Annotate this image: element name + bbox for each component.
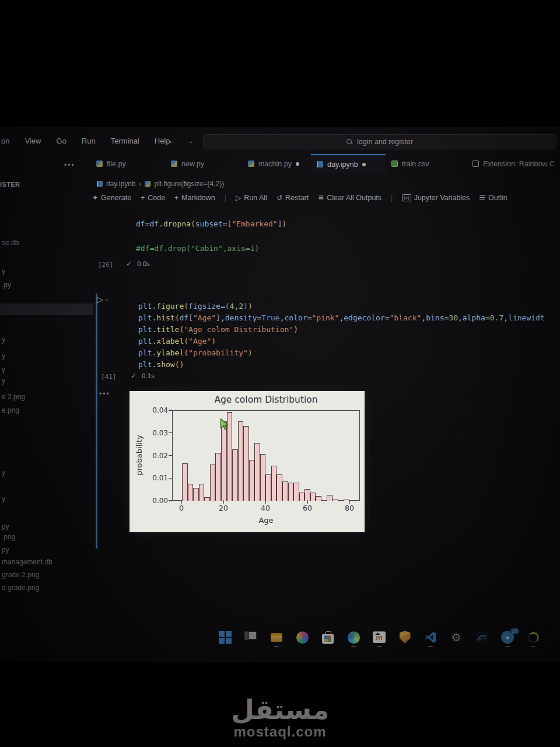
laptop-screen: onViewGoRunTerminalHelp ← → login and re… [0, 127, 560, 662]
tab-new-py[interactable]: new.py [165, 154, 242, 173]
python-icon [171, 160, 177, 167]
code-line[interactable]: plt.figure(figsize=(4,2)) [138, 301, 560, 312]
breadcrumb[interactable]: day.ipynb › plt.figure(figsize=(4,2)) [97, 180, 224, 188]
sidebar-file-item[interactable]: py [0, 544, 93, 556]
toolbar-label: Code [148, 194, 165, 202]
code-line[interactable]: df=df.dropna(subset=["Embarked"]) [136, 218, 286, 230]
histogram-bar [232, 449, 238, 500]
notebook-cell-2-code[interactable]: plt.figure(figsize=(4,2))plt.hist(df["Ag… [138, 301, 560, 371]
breadcrumb-file[interactable]: day.ipynb [106, 180, 135, 188]
jupyter-variables-button[interactable]: (x)Jupyter Variables [402, 194, 470, 202]
cell-2-status: ✓ 0.1s [131, 372, 155, 380]
sidebar-file-item[interactable]: y [0, 266, 93, 277]
taskbar-settings-icon[interactable]: ⚙ [449, 630, 464, 644]
taskbar-start-icon[interactable] [218, 630, 233, 644]
code-line[interactable]: plt.title("Age colom Distribution") [138, 324, 560, 336]
sidebar-file-item[interactable]: e 2.png [0, 391, 93, 403]
run-icon[interactable]: ▷ [97, 295, 103, 304]
cell-1-execution-count: [26] [98, 261, 114, 268]
collapse-chevron-icon[interactable]: ⌄ [104, 296, 109, 302]
success-check-icon: ✓ [131, 372, 136, 380]
output-more-icon[interactable]: ••• [99, 390, 110, 398]
histogram-bar [188, 484, 194, 501]
run-cell-button[interactable]: ▷ ⌄ [97, 295, 108, 304]
taskbar-vscode-icon[interactable] [423, 630, 438, 647]
tab-file-py[interactable]: file.py [90, 154, 165, 173]
x-tick-label: 40 [261, 504, 270, 512]
menu-terminal[interactable]: Terminal [111, 137, 139, 145]
taskbar-photos-icon[interactable] [474, 630, 489, 644]
csv-icon [391, 160, 398, 167]
sidebar-file-item[interactable]: grade 2.png [0, 569, 93, 581]
taskbar-microsoft-store-icon[interactable] [320, 630, 335, 644]
run-all-button[interactable]: ▷Run All [236, 194, 267, 202]
histogram-bar [238, 421, 244, 501]
command-center-search[interactable]: login and register [203, 134, 556, 149]
code-line[interactable] [136, 230, 286, 242]
notebook-icon [317, 161, 323, 167]
sidebar-file-item[interactable]: y [0, 375, 93, 386]
taskbar-copilot-icon[interactable] [295, 630, 310, 644]
notebook-cell-1-code[interactable]: df=df.dropna(subset=["Embarked"]) #df=df… [136, 218, 286, 254]
sidebar-file-item[interactable]: .py [0, 279, 93, 291]
taskbar-moodle-icon[interactable]: m [372, 630, 387, 647]
sidebar-file-item[interactable]: y [0, 467, 93, 479]
clear-all-outputs-button[interactable]: ≣Clear All Outputs [318, 194, 382, 202]
toolbar-label: Outlin [488, 194, 508, 202]
restart-button[interactable]: ↺Restart [276, 194, 309, 202]
sidebar-file-item[interactable]: y [0, 334, 93, 345]
code-line[interactable]: plt.show() [138, 359, 560, 371]
sidebar-file-item[interactable]: py [0, 521, 93, 532]
sidebar-file-item[interactable]: d grade.png [0, 582, 93, 594]
histogram-bar [210, 465, 216, 501]
sidebar-file-item[interactable]: y [0, 493, 93, 505]
histogram-bar [276, 474, 282, 501]
cell-1-status: ✓ 0.0s [126, 260, 150, 268]
taskbar-telegram-icon[interactable]: ➤27 [500, 630, 515, 647]
code-line[interactable]: #df=df.drop("Cabin",axis=1) [136, 242, 286, 254]
generate-button[interactable]: ✦Generate [92, 194, 131, 202]
sidebar-file-item[interactable]: .png [0, 531, 93, 543]
tab-label: new.py [181, 160, 204, 168]
y-tick-label: 0.03 [152, 429, 168, 437]
sidebar-file-item[interactable]: e.png [0, 404, 93, 416]
taskbar-edge-icon[interactable] [346, 630, 361, 647]
outlin-button[interactable]: ☰Outlin [479, 194, 507, 202]
tab-extension-rainbow-c[interactable]: Extension: Rainbow C [467, 154, 560, 173]
code-line[interactable]: plt.hist(df["Age"],density=True,color="p… [138, 312, 560, 324]
sidebar-file-item[interactable]: y [0, 364, 93, 375]
variables-icon: (x) [402, 194, 411, 201]
breadcrumb-symbol[interactable]: plt.figure(figsize=(4,2)) [154, 180, 224, 188]
sidebar-file-item[interactable]: y [0, 350, 93, 362]
tab-train-csv[interactable]: train.csv [386, 154, 467, 173]
code-line[interactable]: plt.ylabel("probability") [138, 347, 560, 359]
sidebar-file-item[interactable]: se.db [0, 237, 93, 249]
toolbar-label: Run All [244, 194, 267, 202]
y-tick-mark [169, 478, 172, 479]
tab-day-ipynb[interactable]: day.ipynb [311, 154, 386, 173]
sidebar-file-item[interactable] [0, 303, 93, 315]
taskbar-loading-icon[interactable] [526, 630, 541, 647]
taskbar-defender-icon[interactable] [397, 630, 412, 644]
histogram-bar [344, 500, 349, 501]
taskbar-task-view-icon[interactable] [243, 630, 258, 644]
toolbar-label: Restart [285, 194, 309, 202]
y-tick-label: 0.00 [152, 497, 168, 505]
forward-icon[interactable]: → [186, 136, 194, 145]
notebook-icon [97, 181, 103, 187]
histogram-bar [215, 453, 221, 500]
histogram-bar [304, 489, 310, 500]
code-button[interactable]: +Code [141, 194, 165, 202]
outline-icon: ☰ [479, 194, 485, 202]
code-line[interactable]: plt.xlabel("Age") [138, 336, 560, 347]
sidebar-file-item[interactable]: management.db [0, 556, 93, 568]
python-icon [248, 160, 254, 167]
back-icon[interactable]: ← [168, 136, 176, 145]
y-tick-mark [169, 410, 172, 410]
markdown-button[interactable]: +Markdown [174, 194, 215, 202]
tab-machin-py[interactable]: machin.py [242, 154, 311, 173]
tab-label: day.ipynb [327, 160, 358, 169]
chart-xlabel: Age [172, 516, 360, 525]
toolbar-label: Markdown [181, 194, 215, 202]
taskbar-file-explorer-icon[interactable] [269, 630, 284, 647]
